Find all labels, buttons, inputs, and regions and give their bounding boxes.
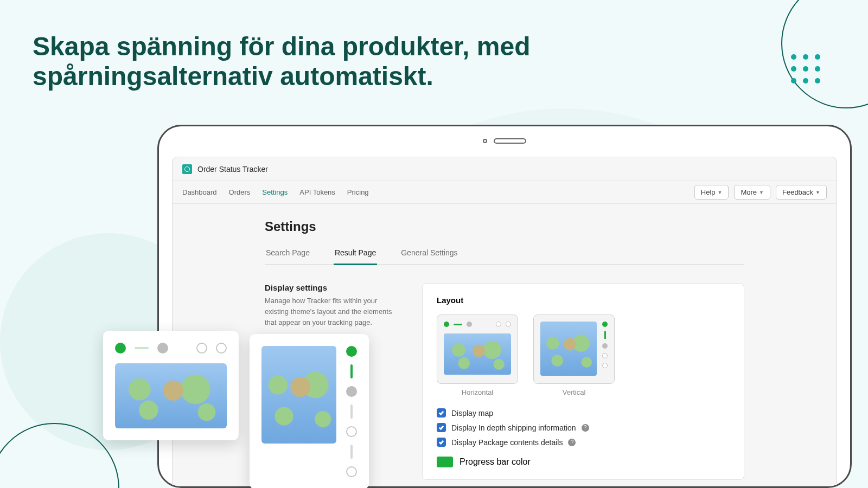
deco-dot-grid [791, 54, 820, 84]
layout-option-horizontal[interactable] [437, 314, 518, 384]
feedback-label: Feedback [782, 188, 813, 196]
feedback-button[interactable]: Feedback ▼ [776, 185, 827, 200]
preview-progress-vertical [346, 346, 357, 477]
nav-pricing[interactable]: Pricing [347, 188, 369, 196]
checkbox-display-map[interactable] [437, 408, 446, 418]
map-thumbnail-icon [261, 346, 336, 444]
preview-card-vertical [250, 334, 369, 488]
map-thumbnail-icon [540, 322, 597, 376]
tab-search-page[interactable]: Search Page [265, 244, 311, 264]
layout-horizontal-label: Horizontal [437, 388, 518, 396]
help-label: Help [701, 188, 716, 196]
layout-option-vertical[interactable] [533, 314, 615, 384]
nav-dashboard[interactable]: Dashboard [182, 188, 217, 196]
layout-vertical-label: Vertical [533, 388, 615, 396]
app-logo-icon [182, 164, 192, 174]
chevron-down-icon: ▼ [815, 190, 820, 195]
mini-progress-horizontal [444, 322, 511, 327]
layout-title: Layout [437, 296, 730, 305]
mini-progress-vertical [602, 322, 608, 377]
progress-color-swatch[interactable] [437, 457, 453, 467]
layout-card: Layout [422, 283, 744, 480]
label-display-package: Display Package contents details [451, 438, 563, 447]
map-thumbnail-icon [444, 333, 511, 375]
settings-subtabs: Search Page Result Page General Settings [265, 244, 744, 265]
checkbox-display-package[interactable] [437, 438, 446, 447]
page-title: Settings [265, 219, 744, 234]
app-nav: Dashboard Orders Settings API Tokens Pri… [173, 181, 837, 204]
display-settings-desc: Manage how Tracker fits within your exis… [265, 296, 400, 328]
checkbox-display-shipping[interactable] [437, 423, 446, 432]
nav-settings[interactable]: Settings [262, 188, 288, 196]
nav-api-tokens[interactable]: API Tokens [299, 188, 335, 196]
chevron-down-icon: ▼ [718, 190, 723, 195]
marketing-headline: Skapa spänning för dina produkter, med s… [33, 31, 542, 91]
chevron-down-icon: ▼ [759, 190, 764, 195]
help-button[interactable]: Help ▼ [694, 185, 729, 200]
map-thumbnail-icon [115, 363, 227, 428]
info-icon[interactable]: ? [582, 424, 589, 432]
tablet-camera [483, 138, 526, 144]
preview-card-horizontal [103, 331, 239, 440]
app-title: Order Status Tracker [197, 165, 268, 174]
more-label: More [741, 188, 757, 196]
preview-progress-horizontal [115, 343, 227, 354]
more-button[interactable]: More ▼ [734, 185, 770, 200]
progress-color-label: Progress bar color [459, 457, 531, 467]
label-display-map: Display map [451, 409, 493, 418]
tab-result-page[interactable]: Result Page [334, 244, 377, 265]
info-icon[interactable]: ? [568, 439, 576, 446]
display-settings-title: Display settings [265, 283, 400, 292]
label-display-shipping: Display In depth shipping information [451, 423, 576, 432]
nav-orders[interactable]: Orders [229, 188, 251, 196]
app-header: Order Status Tracker [173, 157, 837, 181]
tab-general-settings[interactable]: General Settings [400, 244, 458, 264]
